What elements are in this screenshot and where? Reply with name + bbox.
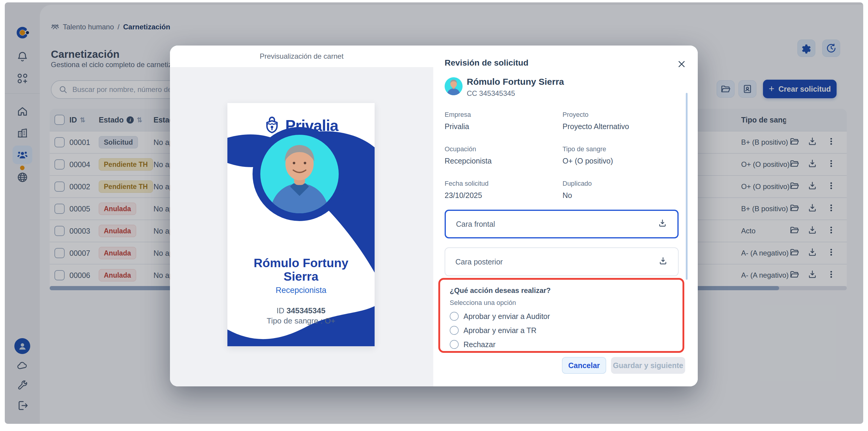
download-icon[interactable] (658, 256, 668, 267)
cancel-button[interactable]: Cancelar (562, 357, 606, 374)
radio-button[interactable] (450, 340, 459, 349)
attachment-front[interactable]: Cara frontal (445, 210, 679, 238)
close-icon (677, 60, 686, 68)
radio-label: Aprobar y enviar a Auditor (463, 312, 550, 321)
radio-button[interactable] (450, 312, 459, 321)
id-card: Privalia Rómulo Fortuny Sierra Recepcion… (227, 103, 375, 346)
person-photo (260, 135, 339, 213)
download-icon[interactable] (658, 218, 667, 230)
action-option[interactable]: Aprobar y enviar a Auditor (450, 312, 674, 321)
action-selection-box: ¿Qué acción deseas realizar? Selecciona … (438, 278, 684, 353)
field-label: Fecha solicitud (445, 180, 562, 188)
attachment-back[interactable]: Cara posterior (445, 248, 679, 276)
field-value: Recepcionista (445, 156, 562, 165)
person-document: CC 345345345 (467, 89, 515, 98)
modal-title: Revisión de solicitud (445, 58, 528, 68)
field-label: Proyecto (562, 111, 678, 119)
field-value: Proyecto Alternativo (562, 122, 678, 131)
radio-label: Aprobar y enviar a TR (463, 326, 536, 335)
preview-title: Previsualización de carnet (170, 46, 433, 67)
detail-field: Proyecto Proyecto Alternativo (562, 111, 678, 131)
field-label: Ocupación (445, 145, 562, 153)
card-photo (252, 127, 346, 221)
action-option[interactable]: Rechazar (450, 340, 674, 349)
field-value: No (562, 191, 678, 200)
vertical-scrollbar-thumb[interactable] (686, 93, 688, 280)
action-hint: Selecciona una opción (450, 299, 674, 307)
review-pane: Revisión de solicitud Rómulo Fortuny Sie… (433, 46, 698, 386)
person-name: Rómulo Fortuny Sierra (467, 77, 564, 87)
card-role: Recepcionista (227, 286, 375, 295)
card-id-number: ID 345345345 (227, 306, 375, 315)
detail-field: Tipo de sangre O+ (O positivo) (562, 145, 678, 165)
person-avatar (445, 77, 463, 95)
card-blood-type: Tipo de sangre : O+ (227, 316, 375, 325)
save-next-button[interactable]: Guardar y siguiente (611, 357, 685, 374)
attachment-label: Cara posterior (455, 258, 503, 266)
detail-fields: Empresa Privalia Proyecto Proyecto Alter… (445, 111, 678, 200)
detail-field: Empresa Privalia (445, 111, 562, 131)
detail-field: Ocupación Recepcionista (445, 145, 562, 165)
action-options: Aprobar y enviar a Auditor Aprobar y env… (450, 312, 674, 349)
detail-field: Duplicado No (562, 180, 678, 200)
field-value: O+ (O positivo) (562, 156, 678, 165)
radio-label: Rechazar (463, 340, 495, 349)
attachment-label: Cara frontal (456, 220, 495, 229)
radio-button[interactable] (450, 326, 459, 335)
detail-field: Fecha solicitud 23/10/2025 (445, 180, 562, 200)
action-question: ¿Qué acción deseas realizar? (450, 286, 674, 295)
field-label: Empresa (445, 111, 562, 119)
carnet-preview-pane: Previsualización de carnet Privalia (170, 46, 433, 386)
card-employee-name: Rómulo Fortuny Sierra (227, 256, 375, 283)
field-label: Tipo de sangre (562, 145, 678, 153)
action-option[interactable]: Aprobar y enviar a TR (450, 326, 674, 335)
field-value: Privalia (445, 122, 562, 131)
field-value: 23/10/2025 (445, 191, 562, 200)
review-modal: Previsualización de carnet Privalia (170, 46, 698, 386)
field-label: Duplicado (562, 180, 678, 188)
close-button[interactable] (676, 59, 687, 69)
